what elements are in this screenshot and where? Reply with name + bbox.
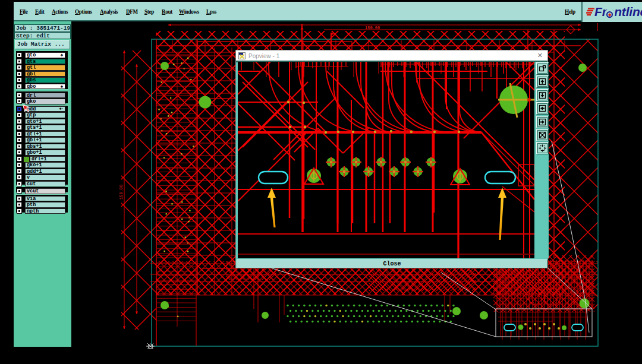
svg-text:150.00: 150.00 (365, 26, 380, 30)
svg-text:150.00: 150.00 (119, 185, 124, 200)
